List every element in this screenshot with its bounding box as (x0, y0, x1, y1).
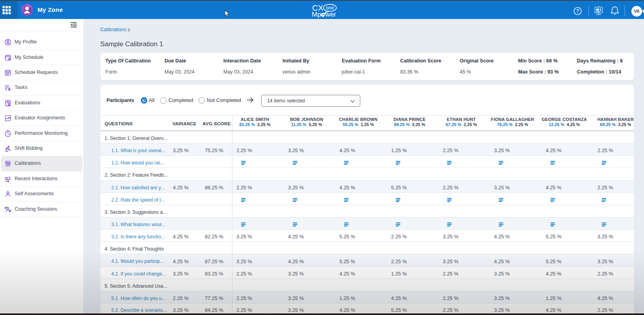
svg-text:one: one (326, 5, 334, 11)
svg-text:Mp: Mp (312, 11, 321, 18)
svg-text:?: ? (576, 8, 579, 14)
svg-text:wer: wer (325, 11, 336, 18)
